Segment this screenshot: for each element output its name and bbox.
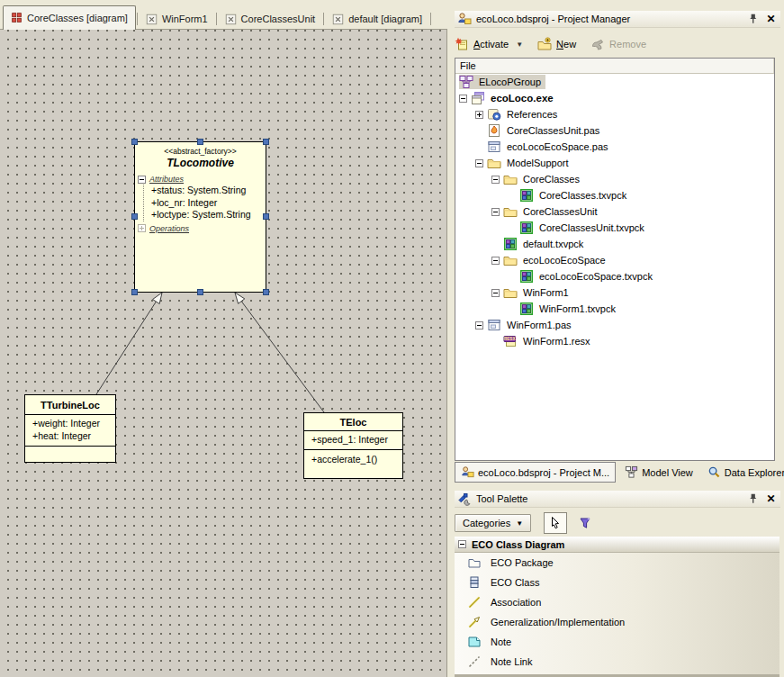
tree-item-content: CoreClasses.txvpck bbox=[519, 188, 631, 203]
tree-item-coreclassesunit-pas[interactable]: CoreClassesUnit.pas bbox=[455, 122, 774, 139]
new-label: New bbox=[556, 39, 576, 50]
class-attribute[interactable]: +loctype: System.String bbox=[151, 209, 266, 221]
selection-handle[interactable] bbox=[197, 289, 203, 295]
tree-item-ecolocoecospace-pas[interactable]: ecoLocoEcoSpace.pas bbox=[455, 139, 774, 155]
class-box-tturbineloc[interactable]: TTurbineLoc +weight: Integer+heat: Integ… bbox=[24, 394, 116, 463]
expander-slot bbox=[491, 208, 503, 216]
tree-item-coreclasses-txvpck[interactable]: CoreClasses.txvpck bbox=[455, 187, 774, 203]
selection-handle[interactable] bbox=[263, 139, 269, 145]
generalization-arrowhead bbox=[153, 293, 162, 304]
tree-item-modelsupport[interactable]: ModelSupport bbox=[455, 155, 774, 171]
panel-tab-model-view[interactable]: Model View bbox=[619, 462, 698, 483]
tree-item-references[interactable]: References bbox=[455, 106, 774, 122]
attributes-section-label: Attributes bbox=[149, 175, 184, 184]
selection-handle[interactable] bbox=[263, 289, 269, 295]
pin-icon[interactable] bbox=[746, 13, 760, 26]
activate-dropdown-icon[interactable]: ▼ bbox=[516, 41, 523, 49]
palette-item-eco-package[interactable]: ECO Package bbox=[455, 553, 779, 573]
tree-item-winform1-resx[interactable]: RESXWinForm1.resx bbox=[455, 333, 774, 349]
operations-section-header[interactable]: Operations bbox=[135, 224, 266, 233]
class-stereotype: <<abstract_factory>> bbox=[135, 147, 266, 156]
tree-item-ecolocoecospace-txvpck[interactable]: ecoLocoEcoSpace.txvpck bbox=[455, 268, 774, 284]
cursor-tool-button[interactable] bbox=[544, 512, 567, 534]
generalization-line[interactable] bbox=[241, 302, 324, 412]
collapse-minus-icon[interactable] bbox=[138, 176, 146, 184]
tree-item-default-txvpck[interactable]: default.txvpck bbox=[455, 236, 774, 252]
selection-handle[interactable] bbox=[131, 213, 138, 220]
class-attribute[interactable]: +loc_nr: Integer bbox=[151, 197, 266, 210]
class-box-teloc[interactable]: TEloc +speed_1: Integer +accelerate_1() bbox=[303, 412, 403, 479]
tree-item-ecoloco-exe[interactable]: ecoLoco.exe bbox=[455, 90, 774, 106]
tree-item-coreclasses[interactable]: CoreClasses bbox=[455, 171, 774, 187]
activate-icon bbox=[455, 37, 470, 52]
collapse-minus-icon[interactable] bbox=[491, 176, 500, 184]
package-icon bbox=[519, 302, 534, 316]
collapse-minus-icon[interactable] bbox=[475, 321, 483, 329]
tree-item-winform1-txvpck[interactable]: WinForm1.txvpck bbox=[455, 301, 774, 317]
pin-icon[interactable] bbox=[746, 492, 760, 506]
collapse-minus-icon[interactable] bbox=[475, 159, 483, 167]
tree-item-content: ecoLoco.exe bbox=[471, 91, 558, 105]
svg-text:RESX: RESX bbox=[504, 337, 516, 341]
tree-item-elocopgroup[interactable]: ELocoPGroup bbox=[455, 74, 774, 90]
palette-item-eco-class[interactable]: ECO Class bbox=[455, 573, 779, 592]
palette-item-note-link[interactable]: Note Link bbox=[455, 652, 779, 672]
selection-handle[interactable] bbox=[197, 139, 203, 145]
tree-item-coreclassesunit[interactable]: CoreClassesUnit bbox=[455, 203, 774, 220]
class-operation[interactable]: +accelerate_1() bbox=[311, 454, 402, 466]
editor-tab-coreclasses-diagram-[interactable]: CoreClasses [diagram] bbox=[3, 5, 136, 30]
filter-button[interactable] bbox=[574, 512, 596, 534]
collapse-minus-icon[interactable] bbox=[491, 208, 500, 216]
categories-button[interactable]: Categories ▼ bbox=[455, 514, 531, 532]
collapse-minus-icon[interactable] bbox=[458, 540, 466, 548]
attributes-list: +speed_1: Integer bbox=[304, 431, 402, 449]
collapse-minus-icon[interactable] bbox=[491, 257, 500, 265]
class-attribute[interactable]: +speed_1: Integer bbox=[311, 434, 402, 447]
new-button[interactable]: New bbox=[537, 37, 576, 52]
class-name: TLocomotive bbox=[135, 157, 266, 169]
diagram-grid-icon bbox=[11, 12, 23, 23]
collapse-minus-icon[interactable] bbox=[459, 95, 467, 103]
palette-item-association[interactable]: Association bbox=[455, 592, 779, 612]
class-box-tlocomotive[interactable]: <<abstract_factory>> TLocomotive Attribu… bbox=[134, 141, 266, 293]
editor-tab-default-diagram-[interactable]: default [diagram] bbox=[325, 9, 429, 29]
collapse-minus-icon[interactable] bbox=[491, 289, 500, 297]
generalization-line[interactable] bbox=[96, 302, 156, 394]
diagram-canvas[interactable]: <<abstract_factory>> TLocomotive Attribu… bbox=[0, 30, 447, 677]
tab-separator bbox=[137, 13, 138, 25]
class-attribute[interactable]: +heat: Integer bbox=[32, 430, 115, 443]
tree-item-content: CoreClasses bbox=[503, 172, 584, 186]
class-attribute[interactable]: +status: System.String bbox=[151, 185, 266, 197]
project-tree: ELocoPGroupecoLoco.exeReferencesCoreClas… bbox=[455, 74, 774, 349]
expander-slot bbox=[459, 95, 471, 103]
tree-item-winform1[interactable]: WinForm1 bbox=[455, 284, 774, 301]
tree-item-coreclassesunit-txvpck[interactable]: CoreClassesUnit.txvpck bbox=[455, 220, 774, 236]
unit-flame-icon bbox=[487, 123, 501, 138]
project-group-icon bbox=[459, 75, 473, 89]
note-icon bbox=[467, 635, 482, 649]
selection-handle[interactable] bbox=[131, 139, 138, 145]
project-manager-icon bbox=[457, 12, 472, 26]
tree-item-ecolocoecospace[interactable]: ecoLocoEcoSpace bbox=[455, 252, 774, 268]
activate-button[interactable]: Activate ▼ bbox=[455, 37, 523, 52]
chevron-down-icon: ▼ bbox=[516, 519, 523, 528]
selection-handle[interactable] bbox=[131, 289, 138, 295]
unit-form-icon bbox=[487, 140, 501, 154]
expand-plus-icon[interactable] bbox=[138, 224, 146, 232]
close-icon[interactable]: ✕ bbox=[764, 13, 778, 26]
remove-button[interactable]: Remove bbox=[590, 37, 646, 52]
expand-plus-icon[interactable] bbox=[475, 111, 483, 119]
editor-tab-winform1[interactable]: WinForm1 bbox=[139, 9, 215, 29]
palette-item-generalization-implementation[interactable]: Generalization/Implementation bbox=[455, 612, 779, 632]
editor-tab-coreclassesunit[interactable]: CoreClassesUnit bbox=[218, 9, 323, 29]
close-icon[interactable]: ✕ bbox=[764, 492, 778, 506]
panel-tab-data-explorer[interactable]: Data Explorer bbox=[702, 462, 784, 483]
palette-section-header[interactable]: ECO Class Diagram bbox=[455, 537, 779, 553]
class-attribute[interactable]: +weight: Integer bbox=[32, 418, 115, 430]
palette-item-note[interactable]: Note bbox=[455, 632, 779, 652]
panel-tab-ecoloco-bdsproj-project-m-[interactable]: ecoLoco.bdsproj - Project M... bbox=[455, 462, 616, 483]
selection-handle[interactable] bbox=[263, 213, 269, 220]
attributes-section-header[interactable]: Attributes bbox=[135, 175, 266, 184]
tree-item-winform1-pas[interactable]: WinForm1.pas bbox=[455, 317, 774, 333]
file-column-header[interactable]: File bbox=[455, 59, 774, 74]
